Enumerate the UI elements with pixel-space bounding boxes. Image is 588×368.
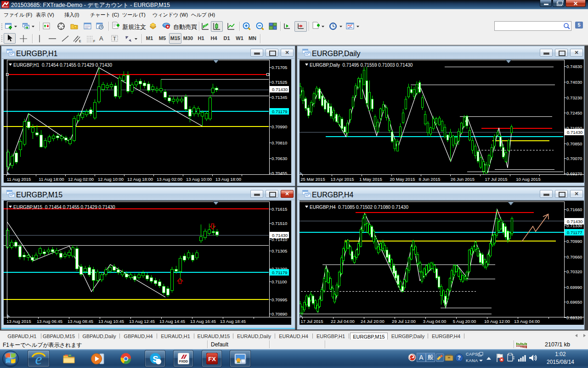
svg-text:0.69650: 0.69650 bbox=[566, 299, 582, 305]
svg-text:13 Aug 10:00: 13 Aug 10:00 bbox=[186, 177, 212, 182]
svg-text:11 Aug 2015: 11 Aug 2015 bbox=[7, 177, 31, 182]
svg-text:EURGBP,H4 0.71085 0.71502 0.7: EURGBP,H4 0.71085 0.71502 0.71080 0.7143… bbox=[310, 205, 408, 210]
svg-text:0.74830: 0.74830 bbox=[566, 64, 582, 69]
svg-text:0.74030: 0.74030 bbox=[566, 80, 582, 85]
svg-text:0.69270: 0.69270 bbox=[566, 171, 582, 176]
svg-text:0.71510: 0.71510 bbox=[271, 221, 287, 226]
svg-text:0.70070: 0.70070 bbox=[566, 156, 582, 161]
svg-text:13 Aug 08:45: 13 Aug 08:45 bbox=[68, 319, 93, 324]
svg-text:24 Jul 20:00: 24 Jul 20:00 bbox=[361, 319, 384, 324]
svg-text:0.71330: 0.71330 bbox=[566, 223, 582, 228]
svg-text:29 Jul 12:00: 29 Jul 12:00 bbox=[392, 319, 416, 324]
svg-text:0.70320: 0.70320 bbox=[566, 269, 582, 274]
svg-text:0.70810: 0.70810 bbox=[271, 140, 287, 145]
svg-text:10 Aug 2015: 10 Aug 2015 bbox=[516, 177, 540, 182]
svg-text:0.70630: 0.70630 bbox=[271, 156, 287, 161]
svg-text:10 Aug 12:00: 10 Aug 12:00 bbox=[484, 319, 510, 324]
svg-text:FX: FX bbox=[208, 356, 216, 362]
svg-text:0.71525: 0.71525 bbox=[271, 80, 287, 85]
svg-text:F: F bbox=[93, 40, 95, 43]
svg-text:0.71179: 0.71179 bbox=[272, 270, 288, 275]
svg-text:0.72450: 0.72450 bbox=[566, 110, 582, 115]
svg-text:1 May 2015: 1 May 2015 bbox=[359, 177, 382, 182]
svg-text:13 Aug 18:00: 13 Aug 18:00 bbox=[215, 177, 241, 182]
svg-text:0.69990: 0.69990 bbox=[566, 285, 582, 290]
svg-text:E: E bbox=[79, 40, 81, 43]
svg-text:13 Aug 10:45: 13 Aug 10:45 bbox=[98, 319, 124, 324]
svg-text:?: ? bbox=[458, 355, 461, 361]
svg-text:26 Jun 2015: 26 Jun 2015 bbox=[451, 177, 475, 182]
svg-text:13 Aug 16:45: 13 Aug 16:45 bbox=[190, 319, 216, 324]
svg-text:0.70995: 0.70995 bbox=[271, 297, 287, 302]
svg-text:0.70990: 0.70990 bbox=[271, 124, 287, 129]
svg-text:13 Aug 02:00: 13 Aug 02:00 bbox=[157, 177, 182, 182]
svg-text:EURGBP,M15 0.71454 0.71455 0.: EURGBP,M15 0.71454 0.71455 0.71429 0.714… bbox=[13, 205, 115, 210]
svg-text:12 Aug 10:00: 12 Aug 10:00 bbox=[98, 177, 124, 182]
svg-text:13 Aug 2015: 13 Aug 2015 bbox=[6, 319, 31, 324]
svg-text:22 Jul 04:00: 22 Jul 04:00 bbox=[331, 319, 355, 324]
svg-text:12 Aug 02:00: 12 Aug 02:00 bbox=[68, 177, 94, 182]
svg-text:13 Apr 2015: 13 Apr 2015 bbox=[330, 177, 354, 182]
svg-text:FXDD: FXDD bbox=[179, 360, 188, 363]
svg-text:0.70850: 0.70850 bbox=[566, 141, 582, 146]
svg-text:0.73230: 0.73230 bbox=[566, 95, 582, 100]
svg-text:0.70660: 0.70660 bbox=[566, 254, 582, 259]
svg-text:0.71345: 0.71345 bbox=[271, 95, 287, 100]
svg-text:0.71615: 0.71615 bbox=[271, 207, 287, 212]
svg-text:0.71100: 0.71100 bbox=[271, 279, 287, 284]
svg-text:S: S bbox=[153, 354, 158, 364]
svg-text:0.71430: 0.71430 bbox=[272, 87, 288, 92]
svg-text:0.71177: 0.71177 bbox=[567, 230, 582, 235]
svg-text:13 Aug 14:45: 13 Aug 14:45 bbox=[159, 319, 185, 324]
svg-text:8 Jun 2015: 8 Jun 2015 bbox=[418, 177, 440, 182]
svg-text:T: T bbox=[113, 36, 116, 41]
svg-text:EURGBP,H1 0.71454 0.71455 0.7: EURGBP,H1 0.71454 0.71455 0.71429 0.7143… bbox=[13, 63, 112, 68]
svg-text:13 Aug 18:45: 13 Aug 18:45 bbox=[220, 319, 246, 324]
svg-text:3 Aug 04:00: 3 Aug 04:00 bbox=[423, 319, 447, 324]
svg-text:0.70890: 0.70890 bbox=[271, 311, 287, 316]
svg-text:11 Aug 18:00: 11 Aug 18:00 bbox=[39, 177, 64, 182]
svg-text:0.71430: 0.71430 bbox=[567, 130, 582, 135]
svg-text:13 Aug 12:45: 13 Aug 12:45 bbox=[129, 319, 155, 324]
svg-text:0.71660: 0.71660 bbox=[566, 207, 582, 212]
svg-text:0.71305: 0.71305 bbox=[271, 248, 287, 253]
svg-text:20 May 2015: 20 May 2015 bbox=[390, 177, 415, 182]
svg-text:12 Aug 18:00: 12 Aug 18:00 bbox=[127, 177, 153, 182]
svg-text:5 Aug 20:00: 5 Aug 20:00 bbox=[453, 319, 476, 324]
svg-text:25 Mar 2015: 25 Mar 2015 bbox=[300, 177, 325, 182]
svg-text:0.71410: 0.71410 bbox=[271, 237, 287, 242]
svg-text:0.70990: 0.70990 bbox=[566, 239, 582, 244]
svg-text:13 Aug 04:00: 13 Aug 04:00 bbox=[514, 319, 540, 324]
svg-text:0.71705: 0.71705 bbox=[271, 65, 287, 70]
svg-text:13 Aug 06:45: 13 Aug 06:45 bbox=[37, 319, 62, 324]
svg-text:17 Jul 2015: 17 Jul 2015 bbox=[485, 177, 507, 182]
svg-text:EURGBP,Daily 0.71495 0.71559: EURGBP,Daily 0.71495 0.71559 0.71003 0.7… bbox=[310, 63, 413, 68]
svg-text:0.71179: 0.71179 bbox=[272, 109, 288, 114]
svg-text:17 Jul 2015: 17 Jul 2015 bbox=[300, 319, 323, 324]
